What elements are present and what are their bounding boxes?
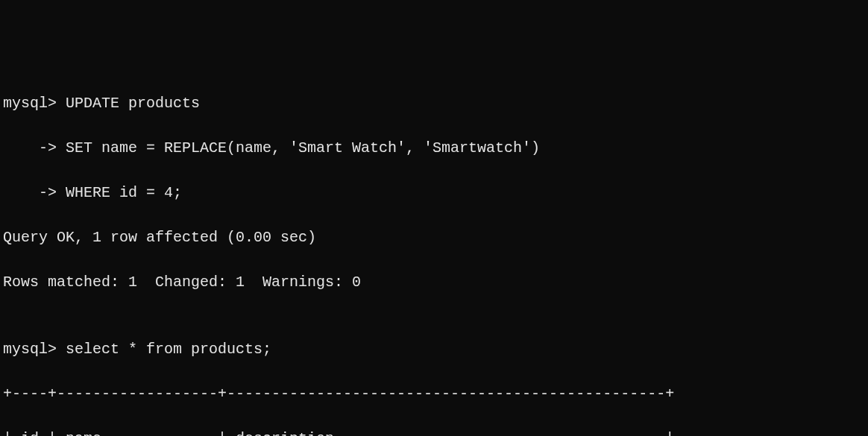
sql-select-line: mysql> select * from products;	[3, 338, 865, 361]
sql-text: UPDATE products	[66, 95, 200, 112]
sql-update-line3: -> WHERE id = 4;	[3, 182, 865, 204]
rows-matched-message: Rows matched: 1 Changed: 1 Warnings: 0	[3, 271, 865, 294]
sql-update-line1: mysql> UPDATE products	[3, 92, 865, 115]
query-ok-message: Query OK, 1 row affected (0.00 sec)	[3, 227, 865, 249]
sql-text: WHERE id = 4;	[66, 184, 182, 201]
sql-text: SET name = REPLACE(name, 'Smart Watch', …	[66, 139, 540, 157]
sql-update-line2: -> SET name = REPLACE(name, 'Smart Watch…	[3, 137, 865, 159]
table-header-row: | id | name | description |	[3, 428, 865, 436]
continuation-prompt: ->	[3, 139, 66, 157]
mysql-prompt: mysql>	[3, 95, 66, 112]
sql-text: select * from products;	[66, 341, 271, 358]
mysql-prompt: mysql>	[3, 341, 66, 358]
continuation-prompt: ->	[3, 184, 66, 201]
table-border-top: +----+------------------+---------------…	[3, 383, 865, 405]
